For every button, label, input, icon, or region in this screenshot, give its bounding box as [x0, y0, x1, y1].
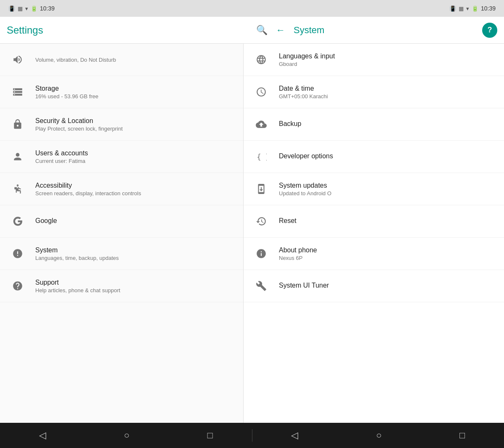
- clock-icon: [252, 83, 270, 101]
- vibrate-icon-right: 📳: [449, 5, 456, 12]
- security-icon: [8, 115, 27, 134]
- updates-subtitle: Updated to Android O: [279, 190, 496, 196]
- uituner-title: System UI Tuner: [279, 282, 496, 289]
- system-text: System Languages, time, backup, updates: [35, 246, 235, 261]
- languages-text: Languages & input Gboard: [279, 52, 496, 67]
- system-title: System: [35, 246, 235, 254]
- time-left: 10:39: [40, 5, 55, 12]
- about-text: About phone Nexus 6P: [279, 246, 496, 261]
- sidebar-item-users[interactable]: Users & accounts Current user: Fatima: [0, 141, 243, 173]
- right-item-reset[interactable]: Reset: [244, 205, 504, 238]
- home-nav-left[interactable]: ○: [124, 430, 129, 441]
- accessibility-icon: [8, 180, 27, 198]
- updates-title: System updates: [279, 182, 496, 189]
- back-nav-right[interactable]: ◁: [291, 430, 298, 441]
- header-right: 🔍 ← System ?: [248, 23, 497, 38]
- help-button[interactable]: ?: [482, 23, 497, 38]
- search-icon[interactable]: 🔍: [256, 25, 268, 36]
- battery-icon-left: 🔋: [31, 5, 37, 12]
- users-subtitle: Current user: Fatima: [35, 158, 235, 164]
- header-action-icons: 🔍 ←: [256, 25, 285, 36]
- support-subtitle: Help articles, phone & chat support: [35, 287, 235, 293]
- right-item-languages[interactable]: Languages & input Gboard: [244, 44, 504, 76]
- status-bar: 📳 ▦ ▾ 🔋 10:39 📳 ▦ ▾ 🔋 10:39: [0, 0, 504, 17]
- language-icon: [252, 50, 270, 69]
- google-icon: [8, 212, 27, 231]
- settings-title: Settings: [7, 24, 43, 36]
- security-subtitle: Play Protect, screen lock, fingerprint: [35, 126, 235, 132]
- header-left: Settings: [7, 24, 248, 36]
- users-text: Users & accounts Current user: Fatima: [35, 149, 235, 164]
- back-nav-left[interactable]: ◁: [39, 430, 46, 441]
- sidebar-item-storage[interactable]: Storage 16% used - 53.96 GB free: [0, 76, 243, 108]
- storage-title: Storage: [35, 85, 235, 92]
- sidebar-item-security[interactable]: Security & Location Play Protect, screen…: [0, 108, 243, 141]
- recents-nav-right[interactable]: □: [459, 430, 465, 441]
- wifi-icon-left: ▾: [25, 5, 28, 12]
- wifi-icon-right: ▾: [466, 5, 469, 12]
- status-bar-left: 📳 ▦ ▾ 🔋 10:39: [8, 5, 55, 12]
- sidebar-item-system[interactable]: System Languages, time, backup, updates: [0, 238, 243, 270]
- system-title: System: [294, 25, 474, 36]
- datetime-subtitle: GMT+05:00 Karachi: [279, 93, 496, 100]
- accessibility-title: Accessibility: [35, 182, 235, 189]
- info-icon: [252, 244, 270, 263]
- developer-title: Developer options: [279, 152, 496, 160]
- reset-title: Reset: [279, 217, 496, 225]
- battery-icon-right: 🔋: [472, 5, 478, 12]
- sidebar-item-support[interactable]: Support Help articles, phone & chat supp…: [0, 270, 243, 302]
- developer-icon: { }: [252, 147, 270, 166]
- right-item-developer[interactable]: { } Developer options: [244, 141, 504, 173]
- backup-text: Backup: [279, 120, 496, 128]
- right-item-uituner[interactable]: System UI Tuner: [244, 270, 504, 302]
- security-text: Security & Location Play Protect, screen…: [35, 117, 235, 132]
- left-panel: Volume, vibration, Do Not Disturb Storag…: [0, 44, 244, 423]
- system-subtitle: Languages, time, backup, updates: [35, 255, 235, 261]
- wrench-icon: [252, 277, 270, 295]
- datetime-title: Date & time: [279, 85, 496, 92]
- accessibility-text: Accessibility Screen readers, display, i…: [35, 182, 235, 196]
- backup-title: Backup: [279, 120, 496, 128]
- support-title: Support: [35, 279, 235, 286]
- backup-icon: [252, 115, 270, 134]
- signal-icon-left: ▦: [18, 5, 23, 12]
- svg-text:{ }: { }: [257, 153, 267, 161]
- signal-icon-right: ▦: [459, 5, 464, 12]
- header: Settings 🔍 ← System ?: [0, 17, 504, 44]
- system-icon: [8, 244, 27, 263]
- sound-subtitle: Volume, vibration, Do Not Disturb: [35, 57, 235, 63]
- google-title: Google: [35, 217, 235, 225]
- updates-text: System updates Updated to Android O: [279, 182, 496, 196]
- reset-icon: [252, 212, 270, 231]
- about-subtitle: Nexus 6P: [279, 255, 496, 261]
- right-item-datetime[interactable]: Date & time GMT+05:00 Karachi: [244, 76, 504, 108]
- sidebar-item-sound[interactable]: Volume, vibration, Do Not Disturb: [0, 44, 243, 76]
- sound-icon: [8, 50, 27, 69]
- developer-text: Developer options: [279, 152, 496, 161]
- storage-icon: [8, 83, 27, 101]
- svg-point-0: [17, 184, 18, 186]
- right-item-updates[interactable]: System updates Updated to Android O: [244, 173, 504, 205]
- bottom-nav-right: ◁ ○ □: [252, 430, 504, 441]
- recents-nav-left[interactable]: □: [207, 430, 213, 441]
- time-right: 10:39: [481, 5, 496, 12]
- content-area: Volume, vibration, Do Not Disturb Storag…: [0, 44, 504, 423]
- reset-text: Reset: [279, 217, 496, 225]
- update-icon: [252, 180, 270, 198]
- back-icon[interactable]: ←: [276, 25, 285, 36]
- accessibility-subtitle: Screen readers, display, interaction con…: [35, 190, 235, 196]
- home-nav-right[interactable]: ○: [376, 430, 381, 441]
- languages-title: Languages & input: [279, 52, 496, 60]
- right-item-about[interactable]: About phone Nexus 6P: [244, 238, 504, 270]
- uituner-text: System UI Tuner: [279, 282, 496, 290]
- google-text: Google: [35, 217, 235, 225]
- status-bar-right: 📳 ▦ ▾ 🔋 10:39: [449, 5, 496, 12]
- storage-subtitle: 16% used - 53.96 GB free: [35, 93, 235, 100]
- right-item-backup[interactable]: Backup: [244, 108, 504, 141]
- users-icon: [8, 147, 27, 166]
- support-text: Support Help articles, phone & chat supp…: [35, 279, 235, 293]
- bottom-nav-left: ◁ ○ □: [0, 430, 252, 441]
- users-title: Users & accounts: [35, 149, 235, 157]
- sidebar-item-google[interactable]: Google: [0, 205, 243, 238]
- sidebar-item-accessibility[interactable]: Accessibility Screen readers, display, i…: [0, 173, 243, 205]
